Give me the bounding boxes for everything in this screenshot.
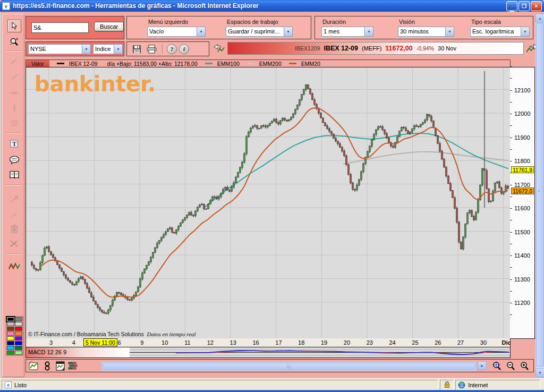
- color-swatch[interactable]: [15, 341, 22, 345]
- instrument-name: IBEX 12-09: [324, 45, 358, 52]
- indicator-tool[interactable]: [7, 260, 21, 272]
- chevron-down-icon[interactable]: ▼: [364, 27, 373, 36]
- x-axis-label: 4: [66, 339, 82, 346]
- color-swatch[interactable]: [15, 327, 22, 331]
- workspaces-label: Espacios de trabajo: [227, 19, 278, 25]
- delete-small-tool[interactable]: [7, 209, 21, 221]
- y-axis-label: 12100: [514, 87, 531, 93]
- vertical-line-tool[interactable]: [7, 101, 21, 114]
- y-tick: [510, 90, 512, 91]
- horizontal-line-tool[interactable]: [7, 87, 21, 99]
- x-axis-label: 23: [362, 339, 378, 346]
- status-message-panel: e Listo: [2, 380, 438, 390]
- blocks-icon[interactable]: [66, 360, 79, 372]
- color-swatch[interactable]: [7, 346, 14, 350]
- v-scroll-thumb[interactable]: [536, 23, 544, 367]
- link-icon[interactable]: [41, 360, 54, 372]
- print-icon[interactable]: [145, 43, 158, 55]
- color-swatch[interactable]: [15, 331, 22, 336]
- fibonacci-tool[interactable]: [7, 117, 21, 130]
- close-button[interactable]: ×: [531, 1, 542, 11]
- trash-tool[interactable]: [7, 223, 21, 235]
- delete-object-tool[interactable]: [7, 193, 21, 206]
- chevron-down-icon[interactable]: ▼: [284, 27, 292, 36]
- color-swatch[interactable]: [7, 336, 14, 340]
- ie-window: { "window": {"title": "https://es5.it-fi…: [0, 0, 544, 392]
- save-icon[interactable]: [130, 43, 143, 55]
- trendline-tool[interactable]: [7, 71, 21, 83]
- workspaces-select[interactable]: Guardar / suprimir...▼: [226, 27, 293, 37]
- y-axis-label: 11400: [514, 252, 530, 259]
- report-icon[interactable]: [54, 360, 66, 372]
- line-tool[interactable]: [7, 55, 21, 67]
- menu-left-select[interactable]: Vacío▼: [147, 27, 206, 37]
- y-axis-label: 11800: [514, 158, 530, 164]
- status-text: Listo: [14, 382, 27, 388]
- scroll-up-button[interactable]: ▲: [536, 14, 544, 23]
- zoom-tool[interactable]: +-: [7, 36, 21, 48]
- search-button[interactable]: Buscar: [94, 22, 124, 31]
- info-icon[interactable]: i: [179, 44, 189, 54]
- scale-type-select[interactable]: Esc. logarítmica▼: [470, 27, 530, 37]
- exchange-select[interactable]: NYSE▼: [28, 44, 91, 54]
- chevron-down-icon[interactable]: ▼: [82, 45, 90, 54]
- color-palette[interactable]: [6, 316, 23, 356]
- color-swatch[interactable]: [7, 322, 14, 326]
- color-swatch[interactable]: [15, 351, 22, 355]
- horizontal-scrollbar[interactable]: |||: [101, 362, 477, 371]
- candlestick-plot[interactable]: [26, 67, 510, 338]
- macd-label[interactable]: MACD 12 26 9: [26, 347, 130, 358]
- legend-emm20-dash: [289, 63, 296, 64]
- chevron-down-icon[interactable]: ▼: [445, 27, 454, 36]
- text-tool[interactable]: T: [7, 138, 21, 150]
- search-input[interactable]: [31, 22, 89, 33]
- x-axis-label: 18: [293, 339, 309, 346]
- price-chart[interactable]: bankinter. © IT-Finance.com / Bolsamania…: [26, 67, 511, 339]
- restore-button[interactable]: ❐: [518, 1, 530, 11]
- scroll-right-button[interactable]: ►: [478, 361, 487, 370]
- chart-legend: Valor IBEX 12-09 día +Bajo: 11583,00 +Al…: [26, 59, 511, 67]
- color-swatch[interactable]: [7, 341, 14, 345]
- duration-select[interactable]: 1 mes▼: [321, 27, 373, 37]
- zoom-fit-icon[interactable]: [490, 360, 503, 372]
- color-swatch[interactable]: [7, 331, 14, 336]
- legend-symbol-dash: [57, 63, 64, 64]
- color-swatch[interactable]: [7, 317, 14, 321]
- ie-page-icon: e: [2, 2, 10, 10]
- new-chart-icon[interactable]: [28, 360, 41, 372]
- vision-label: Visión: [399, 19, 415, 25]
- back-chart-icon[interactable]: [212, 42, 225, 54]
- scroll-down-button[interactable]: ▼: [536, 368, 544, 377]
- x-axis-label: Dic: [498, 339, 514, 346]
- zoom-in-icon[interactable]: [518, 360, 531, 372]
- y-axis-label: 11700: [514, 182, 530, 188]
- cursor-tool[interactable]: [7, 20, 21, 32]
- vertical-scrollbar[interactable]: ▲ ≡ ▼: [536, 14, 544, 377]
- drawing-toolbar: +- T: [2, 14, 24, 377]
- category-select[interactable]: Indice▼: [93, 44, 123, 54]
- comment-tool[interactable]: [7, 154, 21, 166]
- chevron-down-icon[interactable]: ▼: [197, 27, 205, 36]
- minimize-button[interactable]: ▁: [506, 1, 517, 11]
- chevron-down-icon[interactable]: ▼: [521, 27, 529, 36]
- status-bar: e Listo Internet: [0, 378, 544, 392]
- zone-panel: Internet: [455, 380, 540, 390]
- vision-select[interactable]: 30 minutos▼: [398, 27, 454, 37]
- tools-settings-tool[interactable]: [7, 237, 21, 250]
- macd-plot[interactable]: [130, 347, 511, 358]
- help-icon[interactable]: ?: [167, 44, 177, 54]
- last-price-tag: 11672,0: [511, 188, 534, 194]
- y-tick: [510, 78, 512, 79]
- window-border-bottom: [0, 390, 544, 392]
- y-tick: [510, 314, 512, 315]
- y-tick: [510, 102, 512, 103]
- color-swatch[interactable]: [15, 336, 22, 340]
- zoom-out-icon[interactable]: [504, 360, 517, 372]
- color-swatch[interactable]: [15, 346, 22, 350]
- color-swatch[interactable]: [15, 317, 22, 321]
- catalog-tool[interactable]: [7, 168, 21, 181]
- color-swatch[interactable]: [7, 351, 14, 355]
- color-swatch[interactable]: [15, 322, 22, 326]
- color-swatch[interactable]: [7, 327, 14, 331]
- chevron-down-icon[interactable]: ▼: [114, 45, 122, 54]
